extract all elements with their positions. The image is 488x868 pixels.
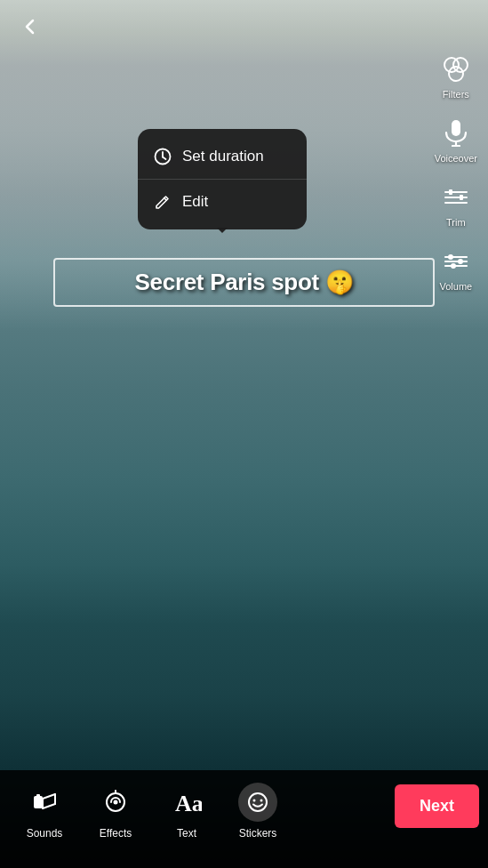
edit-icon (154, 193, 172, 211)
text-button[interactable]: Aa Text (151, 783, 222, 840)
set-duration-menu-item[interactable]: Set duration (138, 136, 307, 177)
voiceover-label: Voiceover (435, 153, 477, 164)
filters-button[interactable]: Filters (440, 53, 472, 100)
volume-button[interactable]: Volume (439, 245, 472, 292)
svg-point-2 (449, 67, 463, 81)
filters-label: Filters (443, 89, 469, 100)
effects-label: Effects (100, 827, 132, 840)
effects-icon (96, 783, 135, 822)
svg-point-31 (253, 800, 256, 802)
svg-rect-9 (449, 189, 452, 195)
text-label: Text (177, 827, 196, 840)
edit-menu-item[interactable]: Edit (138, 181, 307, 222)
svg-point-1 (453, 58, 468, 72)
volume-label: Volume (439, 281, 472, 292)
stickers-button[interactable]: Stickers (222, 783, 293, 840)
text-overlay-box: Secret Paris spot 🤫 (53, 258, 435, 307)
volume-icon (440, 245, 472, 277)
sounds-label: Sounds (27, 827, 63, 840)
filters-icon (440, 53, 472, 85)
next-button[interactable]: Next (395, 784, 479, 828)
menu-divider (138, 179, 307, 180)
edit-label: Edit (182, 193, 208, 211)
trim-button[interactable]: Trim (440, 181, 472, 228)
clock-icon (154, 148, 172, 165)
trim-label: Trim (446, 217, 466, 228)
svg-line-19 (163, 157, 166, 160)
bottom-tools: Sounds Effects Aa Text (9, 783, 395, 840)
top-bar (0, 0, 488, 53)
context-menu: Set duration Edit (138, 129, 307, 229)
right-toolbar: Filters Voiceover Trim (435, 53, 477, 292)
back-button[interactable] (14, 11, 46, 43)
stickers-icon (238, 783, 277, 822)
bottom-toolbar: Sounds Effects Aa Text (0, 770, 488, 868)
stickers-label: Stickers (239, 827, 277, 840)
text-overlay-container[interactable]: Secret Paris spot 🤫 (53, 258, 435, 307)
svg-rect-3 (452, 120, 460, 136)
voiceover-button[interactable]: Voiceover (435, 117, 477, 164)
svg-point-32 (260, 800, 263, 802)
sounds-icon (25, 783, 64, 822)
svg-point-30 (249, 793, 267, 811)
effects-button[interactable]: Effects (80, 783, 151, 840)
svg-rect-20 (34, 796, 43, 808)
svg-point-27 (114, 800, 118, 805)
svg-point-16 (451, 263, 456, 269)
trim-icon (440, 181, 472, 213)
text-icon: Aa (167, 783, 206, 822)
svg-line-23 (43, 804, 55, 808)
back-icon (20, 17, 40, 36)
set-duration-label: Set duration (182, 148, 264, 165)
text-overlay-content: Secret Paris spot 🤫 (135, 269, 354, 295)
voiceover-icon (440, 117, 472, 149)
svg-point-15 (458, 259, 463, 264)
svg-text:Aa: Aa (175, 791, 202, 816)
svg-line-22 (43, 794, 55, 799)
sounds-button[interactable]: Sounds (9, 783, 80, 840)
svg-rect-10 (460, 195, 463, 200)
svg-rect-21 (36, 794, 40, 798)
svg-point-14 (448, 254, 453, 260)
